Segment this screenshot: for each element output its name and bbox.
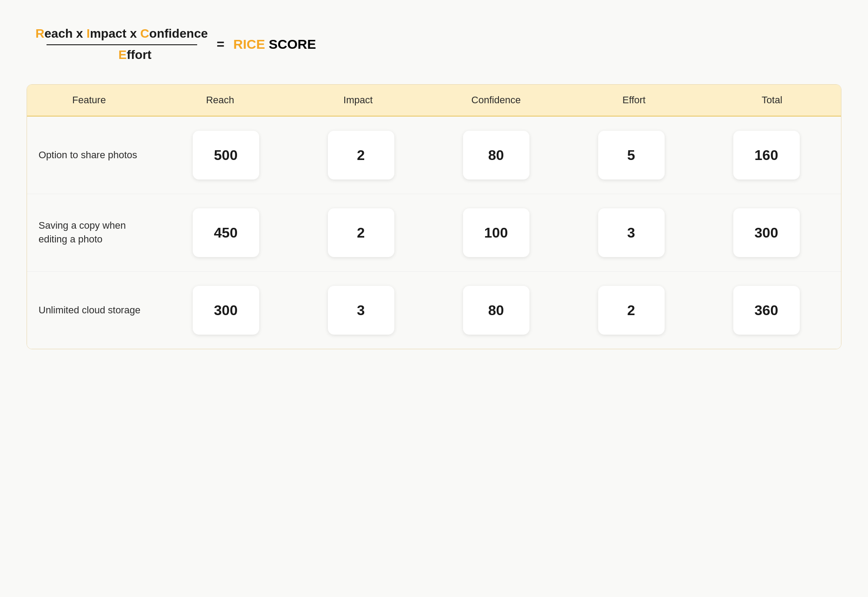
formula-numerator: Reach x Impact x Confidence [35, 27, 208, 41]
impact-value-3: 3 [328, 286, 394, 335]
feature-name-1: Option to share photos [34, 148, 158, 162]
effort-text: ffort [127, 48, 152, 62]
feature-name-3: Unlimited cloud storage [34, 304, 158, 317]
reach-cell-3: 300 [158, 284, 293, 336]
impact-value-1: 2 [328, 131, 394, 179]
letter-r: R [35, 27, 44, 40]
rice-score-label: RICE SCORE [234, 37, 316, 52]
total-cell-3: 360 [699, 284, 834, 336]
impact-cell-1: 2 [293, 129, 428, 181]
col-header-effort: Effort [565, 85, 703, 116]
formula-denominator: Effort [92, 48, 152, 62]
reach-text: each x [44, 27, 86, 40]
total-cell-1: 160 [699, 129, 834, 181]
reach-value-2: 450 [193, 208, 259, 257]
table-row: Option to share photos 500 2 80 5 160 [27, 117, 841, 194]
letter-e: E [118, 48, 127, 62]
letter-c: C [140, 27, 149, 40]
formula-fraction: Reach x Impact x Confidence Effort [35, 27, 208, 62]
confidence-value-3: 80 [463, 286, 529, 335]
formula-divider [47, 44, 197, 45]
effort-cell-3: 2 [564, 284, 699, 336]
table-row: Unlimited cloud storage 300 3 80 2 360 [27, 272, 841, 349]
col-header-total: Total [703, 85, 841, 116]
letter-i: I [86, 27, 90, 40]
table-body: Option to share photos 500 2 80 5 160 Sa… [27, 117, 841, 349]
rice-table: Feature Reach Impact Confidence Effort T… [27, 84, 841, 349]
col-header-reach: Reach [151, 85, 289, 116]
feature-name-2: Saving a copy when editing a photo [34, 219, 158, 246]
confidence-value-1: 80 [463, 131, 529, 179]
table-row: Saving a copy when editing a photo 450 2… [27, 194, 841, 272]
impact-value-2: 2 [328, 208, 394, 257]
score-text: SCORE [265, 37, 316, 51]
total-value-1: 160 [733, 131, 800, 179]
formula-section: Reach x Impact x Confidence Effort = RIC… [27, 18, 841, 66]
col-header-feature: Feature [27, 85, 151, 116]
total-cell-2: 300 [699, 207, 834, 259]
effort-cell-1: 5 [564, 129, 699, 181]
confidence-value-2: 100 [463, 208, 529, 257]
confidence-cell-2: 100 [428, 207, 564, 259]
reach-value-3: 300 [193, 286, 259, 335]
confidence-text: onfidence [149, 27, 208, 40]
impact-cell-2: 2 [293, 207, 428, 259]
reach-cell-1: 500 [158, 129, 293, 181]
effort-value-3: 2 [598, 286, 665, 335]
formula-equals: = [217, 37, 225, 52]
effort-value-1: 5 [598, 131, 665, 179]
reach-cell-2: 450 [158, 207, 293, 259]
col-header-impact: Impact [289, 85, 427, 116]
confidence-cell-3: 80 [428, 284, 564, 336]
impact-text: mpact x [90, 27, 140, 40]
total-value-3: 360 [733, 286, 800, 335]
reach-value-1: 500 [193, 131, 259, 179]
table-header: Feature Reach Impact Confidence Effort T… [27, 85, 841, 117]
confidence-cell-1: 80 [428, 129, 564, 181]
total-value-2: 300 [733, 208, 800, 257]
rice-text: RICE [234, 37, 265, 51]
effort-cell-2: 3 [564, 207, 699, 259]
effort-value-2: 3 [598, 208, 665, 257]
col-header-confidence: Confidence [427, 85, 565, 116]
impact-cell-3: 3 [293, 284, 428, 336]
